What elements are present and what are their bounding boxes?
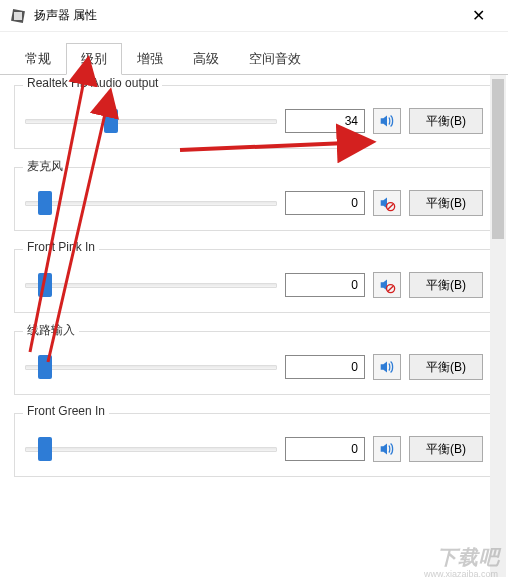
balance-button[interactable]: 平衡(B) bbox=[409, 354, 483, 380]
group-title: Realtek HD Audio output bbox=[23, 76, 162, 90]
mute-button[interactable] bbox=[373, 354, 401, 380]
volume-slider[interactable] bbox=[25, 190, 277, 216]
volume-group-front-green: Front Green In 平衡(B) bbox=[14, 413, 494, 477]
mute-button[interactable] bbox=[373, 190, 401, 216]
volume-slider[interactable] bbox=[25, 354, 277, 380]
balance-button[interactable]: 平衡(B) bbox=[409, 272, 483, 298]
group-title: Front Green In bbox=[23, 404, 109, 418]
tabs: 常规 级别 增强 高级 空间音效 bbox=[0, 32, 508, 75]
speaker-icon bbox=[378, 112, 396, 130]
group-title: 线路输入 bbox=[23, 322, 79, 339]
volume-value[interactable] bbox=[285, 273, 365, 297]
group-title: Front Pink In bbox=[23, 240, 99, 254]
balance-button[interactable]: 平衡(B) bbox=[409, 190, 483, 216]
titlebar: 扬声器 属性 ✕ bbox=[0, 0, 508, 32]
mute-button[interactable] bbox=[373, 272, 401, 298]
volume-slider[interactable] bbox=[25, 436, 277, 462]
volume-value[interactable] bbox=[285, 191, 365, 215]
vertical-scrollbar[interactable] bbox=[490, 75, 506, 577]
volume-group-front-pink: Front Pink In 平衡(B) bbox=[14, 249, 494, 313]
volume-value[interactable] bbox=[285, 109, 365, 133]
tab-content: Realtek HD Audio output 平衡(B) 麦克风 平衡(B) bbox=[0, 75, 508, 577]
speaker-icon bbox=[378, 358, 396, 376]
svg-rect-1 bbox=[14, 12, 22, 20]
speaker-muted-icon bbox=[378, 276, 396, 294]
window-title: 扬声器 属性 bbox=[34, 7, 458, 24]
volume-group-mic: 麦克风 平衡(B) bbox=[14, 167, 494, 231]
volume-slider[interactable] bbox=[25, 272, 277, 298]
volume-slider[interactable] bbox=[25, 108, 277, 134]
tab-enhance[interactable]: 增强 bbox=[122, 43, 178, 75]
scrollbar-thumb[interactable] bbox=[492, 79, 504, 239]
mute-button[interactable] bbox=[373, 108, 401, 134]
close-button[interactable]: ✕ bbox=[458, 6, 498, 25]
balance-button[interactable]: 平衡(B) bbox=[409, 436, 483, 462]
speaker-muted-icon bbox=[378, 194, 396, 212]
volume-value[interactable] bbox=[285, 437, 365, 461]
volume-group-line-in: 线路输入 平衡(B) bbox=[14, 331, 494, 395]
tab-levels[interactable]: 级别 bbox=[66, 43, 122, 75]
volume-value[interactable] bbox=[285, 355, 365, 379]
svg-line-3 bbox=[388, 204, 393, 209]
mute-button[interactable] bbox=[373, 436, 401, 462]
balance-button[interactable]: 平衡(B) bbox=[409, 108, 483, 134]
tab-spatial[interactable]: 空间音效 bbox=[234, 43, 316, 75]
tab-advanced[interactable]: 高级 bbox=[178, 43, 234, 75]
svg-line-5 bbox=[388, 286, 393, 291]
tab-general[interactable]: 常规 bbox=[10, 43, 66, 75]
speaker-icon bbox=[378, 440, 396, 458]
volume-group-output: Realtek HD Audio output 平衡(B) bbox=[14, 85, 494, 149]
app-icon bbox=[10, 8, 26, 24]
group-title: 麦克风 bbox=[23, 158, 67, 175]
